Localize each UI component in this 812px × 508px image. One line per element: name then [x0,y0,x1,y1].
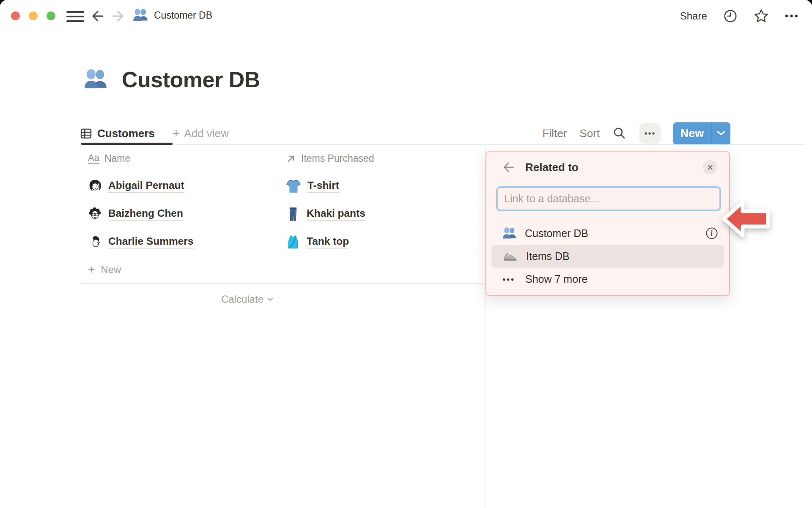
people-icon [133,8,148,23]
notion-window: Customer DB Share ••• Cu [0,0,812,508]
clock-icon [723,9,738,23]
calculate-label: Calculate [221,293,263,305]
updates-button[interactable] [723,9,738,23]
back-arrow-icon [89,8,106,24]
plus-icon: + [173,127,180,140]
back-button[interactable] [89,8,106,24]
option-items-db[interactable]: Items DB [491,245,724,268]
cell-name[interactable]: Abigail Pernaut [80,172,278,200]
search-icon [612,126,627,141]
relation-link[interactable]: Khaki pants [307,207,365,221]
add-view-button[interactable]: + Add view [173,127,229,140]
ellipsis-icon: ••• [502,275,517,284]
tab-customers[interactable]: Customers [80,127,155,140]
close-popup-button[interactable]: × [703,160,717,174]
column-label: Items Purchased [301,153,374,164]
chevron-down-icon [716,130,726,136]
forward-button[interactable] [110,8,127,24]
tab-customers-label: Customers [97,127,155,140]
option-label: Customer DB [525,227,588,240]
page-link[interactable]: Baizheng Chen [108,207,183,221]
table-row: Charlie Summers Tank top [80,228,485,256]
people-icon [502,226,516,240]
callout-arrow-icon [721,199,771,239]
minimize-window-button[interactable] [29,11,38,20]
sidebar-toggle-button[interactable] [66,11,84,22]
text-property-icon: Aa [88,153,99,164]
fullscreen-window-button[interactable] [47,11,55,20]
breadcrumb-label: Customer DB [154,10,212,21]
option-label: Items DB [526,250,570,262]
option-label: Show 7 more [525,273,587,285]
new-row-label: New [101,264,121,276]
relation-link[interactable]: T-shirt [307,179,339,193]
chevron-down-icon [267,297,274,302]
new-record-dropdown-button[interactable] [712,122,730,145]
close-window-button[interactable] [11,11,20,20]
info-button[interactable] [705,227,718,240]
table-row: Abigail Pernaut T-shirt [80,172,485,200]
column-header-items-purchased[interactable]: Items Purchased [278,145,485,172]
link-database-input[interactable] [496,186,721,211]
window-controls [11,11,55,20]
filter-button[interactable]: Filter [543,127,567,140]
page-header: Customer DB [84,67,260,92]
cell-name[interactable]: Baizheng Chen [80,200,278,228]
sort-button[interactable]: Sort [579,127,600,140]
calculate-button[interactable]: Calculate [80,285,278,313]
favorite-button[interactable] [754,8,769,24]
column-label: Name [104,153,130,164]
info-icon [705,227,718,240]
titlebar: Customer DB Share ••• [0,0,812,32]
relation-link[interactable]: Tank top [307,235,349,248]
relation-arrow-icon [286,154,296,164]
avatar-baizheng-icon [88,207,102,221]
active-tab-underline [81,143,173,145]
people-icon[interactable] [84,68,107,91]
tanktop-icon [286,235,300,249]
titlebar-actions: Share ••• [680,0,799,32]
page-link[interactable]: Charlie Summers [108,235,194,248]
star-icon [754,8,769,24]
more-options-button[interactable]: ••• [785,11,799,21]
cell-items-purchased[interactable]: Khaki pants [278,200,485,228]
database-options-list: Customer DB Items DB ••• [491,222,724,290]
popup-title: Related to [525,161,579,174]
column-header-name[interactable]: Aa Name [80,145,278,172]
avatar-charlie-icon [88,235,102,249]
new-record-button[interactable]: New [673,122,711,145]
tshirt-icon [286,179,301,194]
new-record-button-group: New [673,122,730,145]
sneaker-icon [502,248,518,264]
cell-name[interactable]: Charlie Summers [80,228,278,256]
view-actions: Filter Sort ••• New [543,122,730,145]
table-header-row: Aa Name Items Purchased [80,145,485,172]
plus-icon: + [88,264,95,276]
jeans-icon [286,207,300,221]
search-button[interactable] [612,126,627,141]
page-title[interactable]: Customer DB [122,67,260,92]
view-toolbar: Customers + Add view Filter Sort ••• New [80,122,804,145]
new-row-button[interactable]: + New [80,256,485,284]
view-settings-button[interactable]: ••• [639,123,661,144]
cell-items-purchased[interactable]: T-shirt [278,172,485,200]
show-more-button[interactable]: ••• Show 7 more [491,268,724,290]
related-to-popup: Related to × Customer DB [486,151,730,296]
close-icon: × [707,162,713,173]
back-arrow-icon[interactable] [502,161,515,174]
share-button[interactable]: Share [680,10,707,22]
database-table: Aa Name Items Purchased Abigail Pernaut [80,145,485,284]
add-view-label: Add view [184,127,229,140]
table-view-icon [80,128,92,139]
cell-items-purchased[interactable]: Tank top [278,228,485,256]
forward-arrow-icon [110,8,127,24]
popup-header: Related to × [486,152,729,174]
breadcrumb[interactable]: Customer DB [133,8,212,23]
view-tabs: Customers + Add view [80,122,229,145]
page-link[interactable]: Abigail Pernaut [108,179,184,193]
table-row: Baizheng Chen Khaki pants [80,200,485,228]
option-customer-db[interactable]: Customer DB [491,222,724,245]
avatar-abigail-icon [88,179,102,193]
